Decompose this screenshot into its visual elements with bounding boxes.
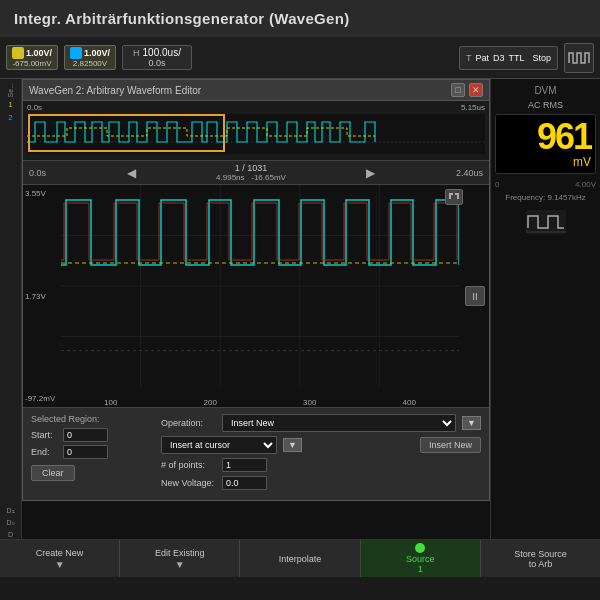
nav-time: 4.995ns xyxy=(216,173,244,182)
source-label: Source xyxy=(406,554,435,564)
scope-label: Se... xyxy=(7,83,14,97)
sidebar-ch2[interactable]: 2 xyxy=(7,112,13,123)
new-voltage-label: New Voltage: xyxy=(161,478,216,488)
expand-button[interactable] xyxy=(445,189,463,205)
dialog-title: WaveGen 2: Arbitrary Waveform Editor xyxy=(29,85,201,96)
store-source-label: Store Source xyxy=(514,549,567,559)
interpolate-label: Interpolate xyxy=(279,554,322,564)
waveform-icon xyxy=(567,49,591,67)
operation-row: Operation: Insert New ▼ xyxy=(161,414,481,432)
page-title: Integr. Arbiträrfunktionsgenerator (Wave… xyxy=(14,10,349,27)
svg-rect-12 xyxy=(526,210,566,234)
volt-labels: 3.55V 1.73V -97.2mV xyxy=(23,185,61,407)
trigger-section[interactable]: T Pat D3 TTL Stop xyxy=(459,46,558,70)
wavegen-dialog: WaveGen 2: Arbitrary Waveform Editor □ ✕… xyxy=(22,79,490,501)
nav-info: 1 / 1031 4.995ns -16.65mV xyxy=(216,163,286,182)
dialog-buttons: □ ✕ xyxy=(451,83,483,97)
zoom-start: 0.0s xyxy=(29,168,46,178)
start-input[interactable] xyxy=(63,428,108,442)
end-row: End: xyxy=(31,445,151,459)
points-row: # of points: xyxy=(161,458,481,472)
sidebar-d0[interactable]: D₀ xyxy=(5,518,15,528)
start-row: Start: xyxy=(31,428,151,442)
ch1-button[interactable]: 1.00V/ -675.00mV xyxy=(6,45,58,70)
dvm-value: 961 xyxy=(500,119,591,155)
volt-low: -97.2mV xyxy=(25,394,59,403)
trig-label: T xyxy=(466,53,472,63)
volt-mid: 1.73V xyxy=(25,292,59,301)
create-new-button[interactable]: Create New ▼ xyxy=(0,540,120,577)
end-label: End: xyxy=(31,447,59,457)
time-val2: 0.0s xyxy=(148,58,165,68)
operation-label: Operation: xyxy=(161,418,216,428)
insert-new-button[interactable]: Insert New xyxy=(420,437,481,453)
create-new-label: Create New xyxy=(36,548,84,558)
ch2-button[interactable]: 1.00V/ 2.82500V xyxy=(64,45,116,70)
top-bar: 1.00V/ -675.00mV 1.00V/ 2.82500V H 100.0… xyxy=(0,37,600,79)
time-button[interactable]: H 100.0us/ 0.0s xyxy=(122,45,192,70)
trig-d3: D3 xyxy=(493,53,505,63)
operation-select[interactable]: Insert New xyxy=(222,414,456,432)
time-val1: 100.0us/ xyxy=(143,47,181,58)
dvm-title: DVM xyxy=(495,85,596,96)
title-bar: Integr. Arbiträrfunktionsgenerator (Wave… xyxy=(0,0,600,37)
trig-ttl: TTL xyxy=(508,53,524,63)
edit-existing-label: Edit Existing xyxy=(155,548,205,558)
dvm-display: 961 mV xyxy=(495,114,596,174)
nav-next-button[interactable]: ▶ xyxy=(360,166,381,180)
xaxis-300: 300 xyxy=(303,398,316,407)
sidebar-ch1[interactable]: 1 xyxy=(7,99,13,110)
waveform-canvas[interactable] xyxy=(61,185,459,387)
store-to-arb-label: to Arb xyxy=(529,559,553,569)
time-label: H xyxy=(133,48,140,58)
operation-dropdown-arrow[interactable]: ▼ xyxy=(462,416,481,430)
left-sidebar: Se... 1 2 D₁ D₀ D xyxy=(0,79,22,539)
overview-canvas[interactable] xyxy=(27,114,485,154)
dvm-waveform-icon-container xyxy=(495,210,596,234)
overview-waveform-svg xyxy=(27,114,485,154)
points-input[interactable] xyxy=(222,458,267,472)
main-area: Se... 1 2 D₁ D₀ D WaveGen 2: Arbitrary W… xyxy=(0,79,600,539)
waveform-icon-btn[interactable] xyxy=(564,43,594,73)
trig-pat: Pat xyxy=(475,53,489,63)
points-label: # of points: xyxy=(161,460,216,470)
edit-existing-button[interactable]: Edit Existing ▼ xyxy=(120,540,240,577)
edit-operation: Operation: Insert New ▼ Insert at cursor… xyxy=(161,414,481,494)
source-button[interactable]: Source 1 xyxy=(361,540,481,577)
overview-area: 0.0s 5.15us xyxy=(23,101,489,161)
ch1-val2: -675.00mV xyxy=(12,59,51,68)
store-source-button[interactable]: Store Source to Arb xyxy=(481,540,600,577)
main-waveform-svg xyxy=(61,185,459,387)
xaxis-100: 100 xyxy=(104,398,117,407)
insert-at-select[interactable]: Insert at cursor xyxy=(161,436,277,454)
sidebar-db[interactable]: D xyxy=(7,530,14,539)
svg-rect-0 xyxy=(27,114,485,154)
voltage-input[interactable] xyxy=(222,476,267,490)
insert-at-row: Insert at cursor ▼ Insert New xyxy=(161,436,481,454)
source-indicator xyxy=(415,543,425,553)
expand-icon xyxy=(448,192,460,202)
interpolate-button[interactable]: Interpolate xyxy=(240,540,360,577)
ch2-indicator xyxy=(70,47,82,59)
clear-button[interactable]: Clear xyxy=(31,465,75,481)
dvm-unit: mV xyxy=(500,155,591,169)
dvm-range-high: 4.00V xyxy=(575,180,596,189)
volt-high: 3.55V xyxy=(25,189,59,198)
overview-start: 0.0s xyxy=(27,103,42,112)
zoom-end: 2.40us xyxy=(456,168,483,178)
edit-selected-region: Selected Region: Start: End: Clear xyxy=(31,414,151,494)
xaxis-400: 400 xyxy=(403,398,416,407)
insert-at-arrow[interactable]: ▼ xyxy=(283,438,302,452)
dvm-frequency: Frequency: 9.1457kHz xyxy=(495,193,596,202)
dvm-waveform-icon xyxy=(526,210,566,234)
dialog-minimize-button[interactable]: □ xyxy=(451,83,465,97)
dvm-panel: DVM AC RMS 961 mV 0 4.00V Frequency: 9.1… xyxy=(490,79,600,539)
pause-button[interactable]: ⏸ xyxy=(465,286,485,306)
nav-prev-button[interactable]: ◀ xyxy=(121,166,142,180)
bottom-bar: Create New ▼ Edit Existing ▼ Interpolate… xyxy=(0,539,600,577)
xaxis-labels: 100 200 300 400 xyxy=(61,398,459,407)
end-input[interactable] xyxy=(63,445,108,459)
sidebar-d1[interactable]: D₁ xyxy=(5,506,15,516)
dialog-close-button[interactable]: ✕ xyxy=(469,83,483,97)
overview-end: 5.15us xyxy=(461,103,485,112)
